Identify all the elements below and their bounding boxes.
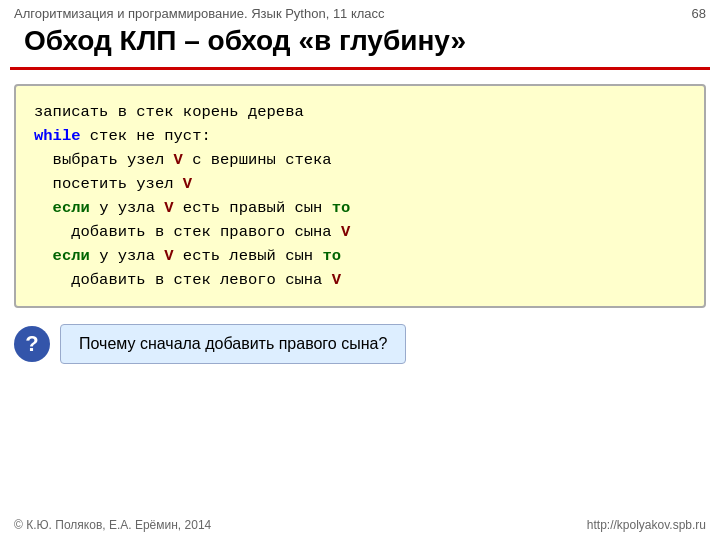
page-number: 68 (692, 6, 706, 21)
footer: © К.Ю. Поляков, Е.А. Ерёмин, 2014 http:/… (0, 518, 720, 532)
code-line-8: добавить в стек левого сына V (34, 271, 341, 289)
question-container: ? Почему сначала добавить правого сына? (14, 324, 706, 364)
code-line-1: записать в стек корень дерева (34, 103, 304, 121)
footer-copyright: © К.Ю. Поляков, Е.А. Ерёмин, 2014 (14, 518, 211, 532)
course-title: Алгоритмизация и программирование. Язык … (14, 6, 385, 21)
code-block: записать в стек корень дерева while стек… (14, 84, 706, 308)
code-content: записать в стек корень дерева while стек… (34, 100, 686, 292)
code-line-7: если у узла V есть левый сын то (34, 247, 341, 265)
code-line-5: если у узла V есть правый сын то (34, 199, 350, 217)
question-badge: ? (14, 326, 50, 362)
code-line-6: добавить в стек правого сына V (34, 223, 350, 241)
code-line-4: посетить узел V (34, 175, 192, 193)
footer-url: http://kpolyakov.spb.ru (587, 518, 706, 532)
page-title: Обход КЛП – обход «в глубину» (10, 25, 710, 70)
code-line-2: while стек не пуст: (34, 127, 211, 145)
code-line-3: выбрать узел V с вершины стека (34, 151, 332, 169)
question-text: Почему сначала добавить правого сына? (60, 324, 406, 364)
